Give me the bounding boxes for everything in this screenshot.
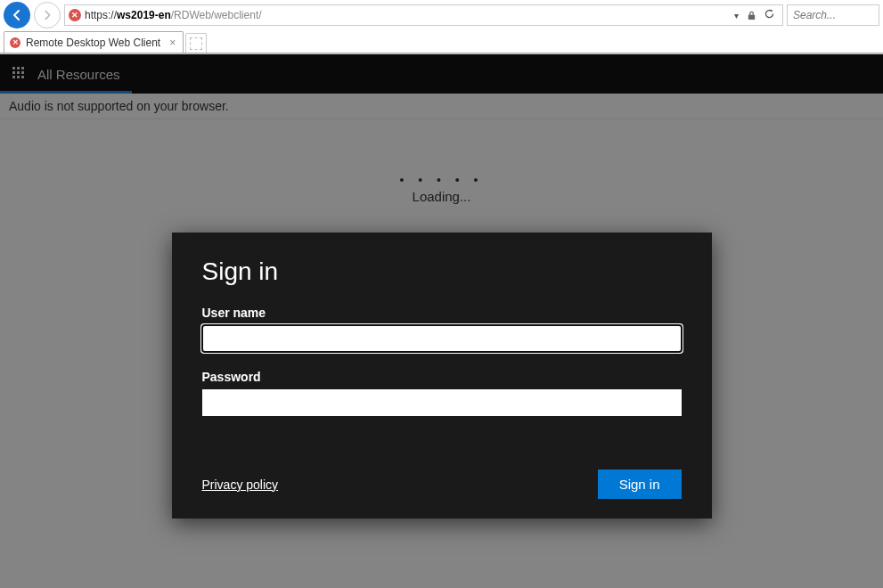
url-text: https://ws2019-en/RDWeb/webclient/ xyxy=(85,9,262,21)
dialog-heading: Sign in xyxy=(202,257,682,286)
signin-dialog: Sign in User name Password Privacy polic… xyxy=(172,233,712,519)
tab-favicon: ✕ xyxy=(10,37,20,48)
browser-chrome: ✕ https://ws2019-en/RDWeb/webclient/ ▾ ✕… xyxy=(0,0,883,54)
username-input[interactable] xyxy=(202,325,682,352)
site-favicon: ✕ xyxy=(69,9,81,21)
signin-button[interactable]: Sign in xyxy=(598,470,682,499)
url-protocol: https:// xyxy=(85,9,117,21)
password-input[interactable] xyxy=(202,389,682,416)
password-label: Password xyxy=(202,370,682,384)
back-button[interactable] xyxy=(4,2,30,29)
new-tab-button[interactable] xyxy=(185,33,207,53)
forward-button xyxy=(34,2,61,29)
lock-icon xyxy=(744,8,758,22)
tab-strip: ✕ Remote Desktop Web Client × xyxy=(0,30,883,53)
address-bar[interactable]: ✕ https://ws2019-en/RDWeb/webclient/ ▾ xyxy=(64,4,783,26)
url-dropdown-icon[interactable]: ▾ xyxy=(734,11,739,20)
tab-active[interactable]: ✕ Remote Desktop Web Client × xyxy=(4,31,184,53)
url-path: /RDWeb/webclient/ xyxy=(171,9,262,21)
tab-close-icon[interactable]: × xyxy=(169,37,176,49)
search-box[interactable] xyxy=(787,4,879,26)
privacy-policy-link[interactable]: Privacy policy xyxy=(202,478,279,492)
refresh-icon[interactable] xyxy=(764,8,775,22)
page-viewport: All Resources Audio is not supported on … xyxy=(0,54,883,588)
svg-rect-0 xyxy=(748,14,754,19)
tab-title: Remote Desktop Web Client xyxy=(26,37,160,49)
search-input[interactable] xyxy=(793,9,873,21)
url-host: ws2019-en xyxy=(117,9,171,21)
username-label: User name xyxy=(202,306,682,320)
